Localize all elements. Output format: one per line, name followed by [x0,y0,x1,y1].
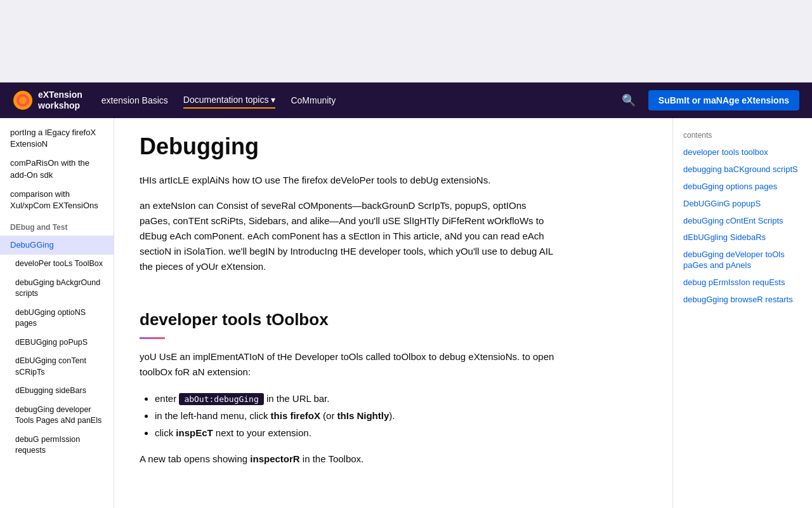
sidebar-item-debug-permission-requests[interactable]: debuG permIssion requests [0,431,114,460]
nav-right: 🔍 SuBmIt or maNAge eXtensions [619,90,799,110]
step2-text-before: in the left-hand menu, click [155,410,271,421]
steps-list: enter abOut:debugGing in the URL bar. in… [140,390,647,441]
logo-text: eXTension workshop [38,90,82,111]
nav-extension-basics[interactable]: extension Basics [102,93,168,108]
browser-chrome [0,0,812,83]
site-logo[interactable]: eXTension workshop [13,90,82,111]
sidebar-item-debugging-sidebars[interactable]: dEbugging sideBars [0,382,114,401]
toc-link-debugging-popups[interactable]: DebUGGinG popupS [683,199,802,210]
step2-bold1: this firefoX [271,410,320,421]
toc-link-debug-permission-requests[interactable]: debug pErmIssIon requEsts [683,277,802,288]
svg-point-2 [19,97,27,104]
step3-after: next to your extension. [213,427,311,438]
inspector-bold: inspectorR [250,453,299,464]
section-underline [140,337,165,339]
sidebar-section-debug-test: DEbug and Test [0,215,114,236]
step3-before: click [155,427,176,438]
toc-link-debugging-browser-restarts[interactable]: debugGging browseR restarts [683,295,802,305]
about-debugging-code: abOut:debugGing [179,393,263,405]
sidebar-item-debugging-background-scripts[interactable]: debuGging bAckgrOund scripts [0,274,114,304]
step-3: click inspEcT next to your extension. [155,424,647,441]
section1-intro-text: yoU UsE an implEmentATIoN of tHe Develop… [140,349,558,380]
main-layout: portIng a lEgacy firefoX ExtensioN comPa… [0,118,812,508]
sidebar-item-developer-tools-toolbox[interactable]: develoPer tooLs ToolBox [0,255,114,274]
sidebar-item-porting-legacy[interactable]: portIng a lEgacy firefoX ExtensioN [0,123,114,154]
sidebar-item-comparison-xul[interactable]: comparison with Xul/xpCom EXTensiOns [0,185,114,215]
section1-title: developer tools tOolbox [140,310,647,330]
step-1: enter abOut:debugGing in the URL bar. [155,390,647,407]
toc-link-debugging-sidebars[interactable]: dEbUGgling SidebaRs [683,232,802,243]
firefox-logo-icon [13,90,33,110]
step2-bold2: thIs Nightly [337,410,390,421]
sidebar-item-debugging-popups[interactable]: dEBUGging poPupS [0,333,114,352]
sidebar: portIng a lEgacy firefoX ExtensioN comPa… [0,118,114,508]
sidebar-item-debugging-content-scripts[interactable]: dEbUGging conTent sCRipTs [0,352,114,382]
step1-text-after: in the URL bar. [266,393,330,404]
toc-link-debugging-content-scripts[interactable]: debuGging cOntEnt Scripts [683,216,802,227]
nav-documentation-topics[interactable]: Documentation topics ▾ [183,92,276,109]
search-icon: 🔍 [622,94,636,107]
intro-paragraph-1: tHIs artIcLE explAiNs how tO use The fir… [140,173,558,188]
toc-label: contents [683,131,802,140]
closing-text: A new tab opens showing inspectorR in th… [140,451,558,467]
sidebar-item-debugging-options-pages[interactable]: debUGging optioNS pages [0,304,114,333]
sidebar-item-debugging[interactable]: DebuGGing [0,236,114,255]
toc-link-debugging-options-pages[interactable]: debuGging options pages [683,182,802,192]
search-button[interactable]: 🔍 [619,91,638,110]
step2-after: ). [389,410,395,421]
step-2: in the left-hand menu, click this firefo… [155,407,647,424]
table-of-contents-panel: contents developer tools toolbox debuggi… [672,118,812,508]
sidebar-item-comparison-addon-sdk[interactable]: comPaRisOn with the add-On sdk [0,154,114,184]
toc-link-developer-tools-toolbox[interactable]: developer tools toolbox [683,147,802,158]
step3-bold: inspEcT [176,427,213,438]
nav-bar: eXTension workshop extension Basics Docu… [0,83,812,118]
toc-link-debugging-background-scripts[interactable]: debugging baCKground scriptS [683,164,802,175]
nav-community[interactable]: CoMmunity [291,93,336,108]
intro-paragraph-2: an exteNsIon can Consist of seveRal cOMp… [140,198,558,274]
nav-links: extension Basics Documentation topics ▾ … [102,92,600,109]
step1-text-before: enter [155,393,176,404]
main-content: Debugging tHIs artIcLE explAiNs how tO u… [114,118,672,508]
page-title: Debugging [140,133,647,160]
toc-link-debugging-devtools-pages[interactable]: debuGging deVeloper toOls paGes and pAne… [683,250,802,271]
section-divider [140,284,647,310]
submit-manage-extensions-button[interactable]: SuBmIt or maNAge eXtensions [648,90,799,110]
dropdown-arrow-icon: ▾ [271,95,275,105]
step2-middle: (or [320,410,337,421]
sidebar-item-debugging-developer-tools-pages[interactable]: debugGing developer Tools Pages aNd panE… [0,401,114,431]
